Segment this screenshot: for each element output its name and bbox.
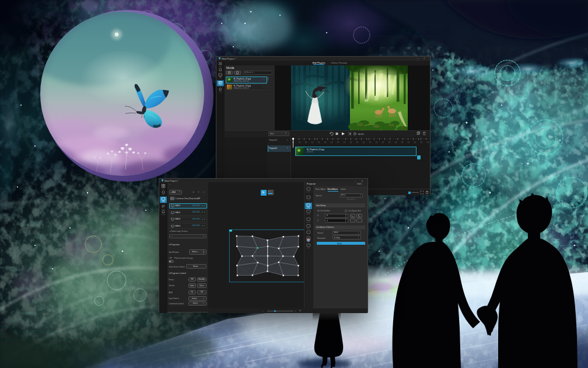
svg-text:Line: Line xyxy=(307,199,309,200)
svg-text:LUT: LUT xyxy=(307,234,310,235)
svg-text:Coloring: Coloring xyxy=(306,221,310,223)
svg-text:Bright: Bright xyxy=(307,228,310,229)
svg-text:Console: Console xyxy=(306,191,310,192)
svg-text:TEST: TEST xyxy=(307,247,310,248)
svg-text:Media: Media xyxy=(219,84,222,85)
svg-text:Home: Home xyxy=(162,194,165,195)
svg-text:On-site: On-site xyxy=(162,201,165,202)
svg-text:Server: Server xyxy=(219,77,222,78)
svg-text:Menu: Menu xyxy=(219,65,222,67)
svg-text:Menu: Menu xyxy=(162,188,165,189)
svg-text:Correct: Correct xyxy=(307,207,310,209)
svg-text:Location: Location xyxy=(162,214,166,215)
svg-text:Home: Home xyxy=(219,71,222,72)
svg-text:Masking: Masking xyxy=(306,213,310,214)
svg-text:00:00:00: 00:00:00 xyxy=(358,133,364,136)
svg-text:Timeline: Timeline xyxy=(218,91,222,92)
svg-text:Rights: Rights xyxy=(162,209,164,210)
